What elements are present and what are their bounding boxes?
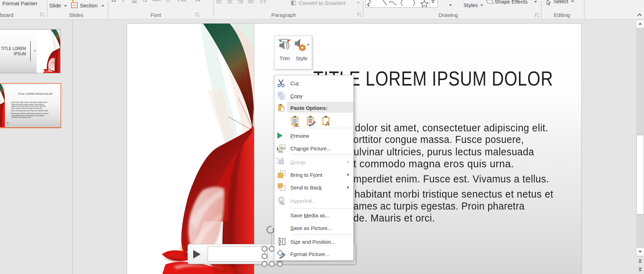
svg-text:A: A bbox=[326, 120, 330, 127]
svg-text:a: a bbox=[295, 122, 297, 126]
